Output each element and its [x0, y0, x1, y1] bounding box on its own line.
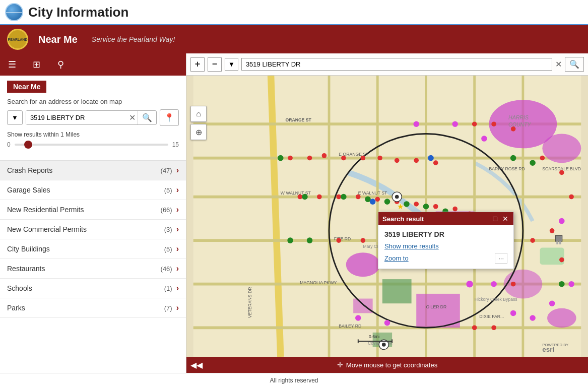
cat-name-commercial: New Commercial Permits — [7, 225, 164, 233]
svg-rect-22 — [382, 279, 412, 303]
svg-point-20 — [547, 308, 576, 328]
app-title: City Information — [28, 5, 128, 20]
category-parks[interactable]: Parks (7) › — [0, 298, 186, 318]
layers-icon[interactable]: ⊞ — [29, 57, 43, 72]
svg-point-54 — [395, 158, 400, 163]
svg-point-60 — [356, 195, 361, 200]
svg-point-82 — [278, 155, 284, 161]
category-restaurants[interactable]: Restaurants (46) › — [0, 259, 186, 279]
popup-body: 3519 LIBERTY DR Show more results Zoom t… — [378, 225, 513, 269]
search-row: ▼ ✕ 🔍 📍 — [7, 109, 179, 126]
svg-point-95 — [510, 155, 516, 161]
svg-point-98 — [370, 199, 376, 205]
cat-name-crash: Crash Reports — [7, 166, 161, 174]
map-home-button[interactable]: ⌂ — [190, 106, 207, 122]
svg-point-77 — [559, 170, 564, 175]
map-search-button[interactable]: 🔍 — [565, 57, 584, 72]
svg-rect-24 — [540, 248, 564, 265]
range-max: 15 — [172, 141, 179, 148]
svg-point-87 — [404, 201, 410, 207]
cat-name-schools: Schools — [7, 284, 164, 292]
cat-arrow-restaurants: › — [176, 264, 179, 273]
range-min: 0 — [7, 141, 11, 148]
svg-point-63 — [414, 202, 419, 207]
svg-point-71 — [491, 325, 496, 330]
category-city-buildings[interactable]: City Buildings (5) › — [0, 239, 186, 259]
search-input-wrap: ✕ 🔍 — [26, 110, 157, 125]
svg-point-64 — [433, 204, 438, 209]
category-garage-sales[interactable]: Garage Sales (5) › — [0, 180, 186, 200]
cat-arrow-commercial: › — [176, 225, 179, 234]
svg-point-104 — [559, 218, 565, 224]
status-arrow-button[interactable]: ◀◀ — [190, 360, 203, 370]
address-input[interactable] — [26, 111, 127, 124]
svg-point-103 — [481, 136, 487, 142]
main-container: PEARLAND Near Me Service the Pearland Wa… — [0, 25, 588, 387]
svg-text:E WALNUT ST: E WALNUT ST — [358, 190, 387, 196]
popup-close-button[interactable]: ✕ — [501, 215, 509, 223]
cat-count-parks: (7) — [164, 304, 172, 312]
map-gps-button[interactable]: ⊕ — [190, 124, 207, 140]
svg-point-52 — [361, 156, 366, 161]
svg-point-80 — [491, 121, 496, 126]
svg-point-108 — [530, 315, 536, 321]
cat-count-buildings: (5) — [164, 245, 172, 253]
svg-text:VETERANS DR: VETERANS DR — [247, 287, 252, 318]
svg-text:esri: esri — [542, 346, 554, 353]
svg-rect-120 — [555, 235, 562, 241]
cat-count-residential: (66) — [161, 206, 172, 214]
category-schools[interactable]: Schools (1) › — [0, 279, 186, 298]
search-button[interactable]: 🔍 — [138, 111, 156, 124]
svg-text:BARRY ROSE RD: BARRY ROSE RD — [489, 166, 525, 171]
range-slider[interactable] — [15, 144, 168, 146]
near-me-title: Near Me — [38, 34, 78, 45]
pearland-logo: PEARLAND — [7, 29, 28, 50]
map-search-dropdown[interactable]: ▼ — [225, 58, 238, 71]
locate-button[interactable]: 📍 — [160, 109, 179, 126]
locate-icon[interactable]: ⚲ — [53, 57, 68, 72]
svg-point-94 — [307, 237, 313, 243]
popup-zoom-link[interactable]: Zoom to — [384, 254, 409, 262]
svg-point-86 — [384, 199, 390, 205]
svg-point-97 — [559, 281, 565, 287]
popup-controls: □ ✕ — [492, 215, 509, 223]
clear-input-button[interactable]: ✕ — [127, 113, 138, 122]
cat-name-restaurants: Restaurants — [7, 265, 161, 273]
svg-point-116 — [395, 195, 399, 199]
svg-point-81 — [511, 126, 516, 132]
zoom-in-button[interactable]: + — [190, 57, 205, 72]
svg-point-78 — [569, 195, 574, 200]
category-commercial-permits[interactable]: New Commercial Permits (3) › — [0, 220, 186, 239]
svg-point-65 — [452, 207, 458, 212]
search-description: Search for an address or locate on map — [7, 98, 179, 105]
map-search-input[interactable] — [241, 58, 552, 71]
svg-point-69 — [361, 238, 366, 243]
map-area: + − ▼ ✕ 🔍 — [186, 53, 588, 373]
search-dropdown[interactable]: ▼ — [7, 110, 23, 125]
svg-text:ORANGE ST: ORANGE ST — [285, 117, 311, 122]
cat-count-garage: (5) — [164, 186, 172, 194]
popup-more-button[interactable]: ··· — [495, 253, 507, 264]
category-residential-permits[interactable]: New Residential Permits (66) › — [0, 200, 186, 220]
map-toolbar: + − ▼ ✕ 🔍 — [186, 53, 588, 76]
svg-point-49 — [307, 156, 312, 161]
map-status: ◀◀ ✛ Move mouse to get coordinates — [186, 357, 588, 373]
svg-point-96 — [530, 160, 536, 166]
svg-text:BAILEY RD: BAILEY RD — [339, 324, 361, 329]
svg-point-14 — [542, 134, 581, 163]
cat-arrow-parks: › — [176, 303, 179, 312]
zoom-out-button[interactable]: − — [208, 57, 222, 72]
svg-point-68 — [336, 238, 341, 243]
svg-point-51 — [341, 156, 346, 161]
svg-point-74 — [550, 228, 555, 233]
popup-minimize-button[interactable]: □ — [492, 215, 498, 223]
map-clear-button[interactable]: ✕ — [555, 59, 562, 69]
svg-point-61 — [375, 197, 380, 202]
map-canvas: ORANGE ST E ORANGE ST W WALNUT ST E WALN… — [186, 76, 588, 357]
list-icon[interactable]: ☰ — [5, 57, 19, 72]
coord-text: Move mouse to get coordinates — [346, 361, 437, 369]
category-crash-reports[interactable]: Crash Reports (47) › — [0, 161, 186, 180]
globe-icon — [5, 3, 23, 21]
popup-show-more-link[interactable]: Show more results — [384, 242, 507, 250]
svg-text:DIXIE FAR...: DIXIE FAR... — [479, 314, 504, 319]
